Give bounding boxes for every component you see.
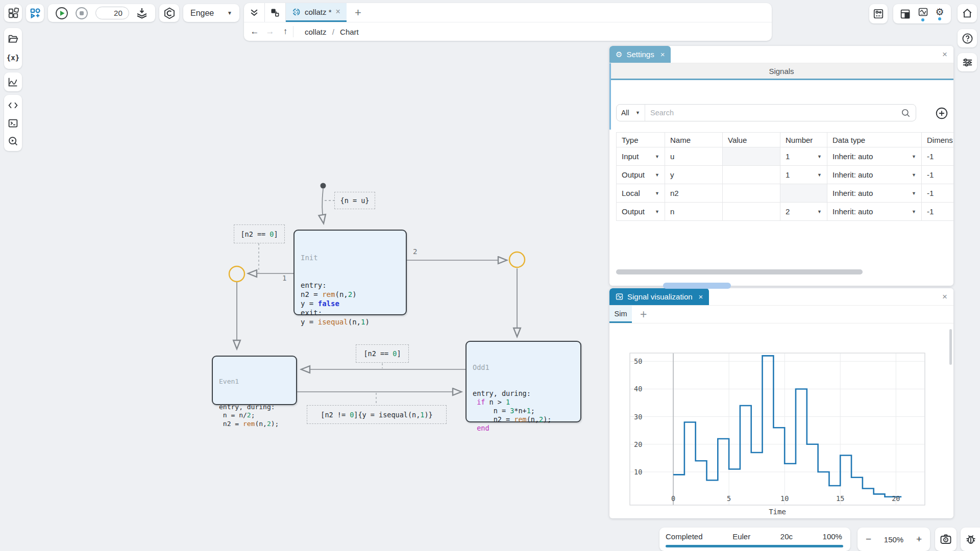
load-to-core-button[interactable] [136, 7, 148, 19]
initial-point[interactable] [321, 183, 326, 189]
signal-viz-tab-close-icon[interactable]: × [699, 292, 703, 301]
cell-name[interactable]: y [665, 166, 723, 184]
cell-name[interactable]: n2 [665, 184, 723, 203]
cell-type[interactable]: Output▼ [616, 203, 665, 221]
terminal-button[interactable] [5, 115, 22, 131]
filter-type-value: All [621, 109, 629, 117]
help-button[interactable] [958, 29, 977, 47]
cell-value[interactable] [723, 203, 780, 221]
panel-resize-handle[interactable] [663, 283, 731, 289]
cell-type[interactable]: Output▼ [616, 166, 665, 184]
settings-tab-close-icon[interactable]: × [660, 50, 665, 59]
table-row[interactable]: Input▼u1▼Inherit: auto▼-1 [616, 147, 953, 166]
new-tab-button[interactable]: + [347, 3, 370, 22]
cell-number[interactable]: 2▼ [780, 203, 827, 221]
file-browser-button[interactable] [5, 32, 22, 47]
panel-close-icon[interactable]: × [942, 49, 947, 60]
breadcrumb-page[interactable]: Chart [340, 28, 359, 36]
horizontal-scrollbar[interactable] [616, 269, 863, 274]
breadcrumb-row: ← → ↑ collatz / Chart [244, 22, 772, 41]
screenshot-button[interactable] [935, 528, 957, 551]
c-code-button[interactable] [159, 4, 179, 22]
debug-button[interactable] [961, 528, 980, 551]
tab-close-icon[interactable]: × [336, 7, 340, 16]
active-dot [938, 17, 941, 20]
panel-scroll-accent [609, 63, 611, 130]
cell-value[interactable] [723, 147, 780, 166]
nav-up-button[interactable]: ↑ [278, 27, 293, 37]
nav-back-button[interactable]: ← [247, 27, 262, 37]
block-library-button[interactable] [26, 4, 44, 22]
settings-toggle-button[interactable]: ⚙ [935, 7, 944, 20]
linked-blocks-button[interactable] [265, 3, 285, 22]
viz-tabs-row: Sim + [609, 306, 953, 323]
cell-data_type[interactable]: Inherit: auto▼ [827, 166, 922, 184]
signal-chart[interactable]: 102030405005101520Time [609, 323, 953, 518]
breadcrumb-separator: / [332, 28, 334, 36]
cell-value[interactable] [723, 166, 780, 184]
settings-tab[interactable]: ⚙ Settings × [609, 46, 671, 63]
add-signal-button[interactable] [935, 106, 948, 120]
cell-type[interactable]: Input▼ [616, 147, 665, 166]
default-transition[interactable] [322, 189, 324, 223]
junction-right[interactable] [509, 252, 525, 267]
gear-icon: ⚙ [935, 7, 944, 17]
play-icon [55, 7, 68, 20]
double-chevron-down-icon [249, 8, 259, 18]
cell-type[interactable]: Local▼ [616, 184, 665, 203]
cell-data_type[interactable]: Inherit: auto▼ [827, 147, 922, 166]
tab-collatz[interactable]: collatz * × [286, 3, 347, 22]
layout-panels-button[interactable] [900, 9, 911, 19]
x-tick-label: 5 [727, 494, 731, 503]
simulation-toolbar [48, 4, 155, 22]
preferences-button[interactable] [958, 53, 977, 71]
environment-select[interactable]: Engee ▼ [183, 4, 239, 22]
plots-button[interactable] [4, 72, 22, 91]
model-explorer-button[interactable] [5, 133, 22, 148]
signal-viz-tab[interactable]: Signal visualization × [609, 288, 709, 305]
run-button[interactable] [55, 7, 68, 20]
panel-close-icon[interactable]: × [942, 292, 947, 302]
cell-number[interactable]: 1▼ [780, 166, 827, 184]
panel-toggle-group: ⚙ [893, 4, 951, 23]
table-row[interactable]: Output▼n2▼Inherit: auto▼-1 [616, 203, 953, 221]
cell-data_type[interactable]: Inherit: auto▼ [827, 184, 922, 203]
code-editor-button[interactable] [5, 97, 22, 113]
cell-number[interactable]: 1▼ [780, 147, 827, 166]
layout-grid-icon [900, 9, 911, 19]
block-library-icon [30, 8, 41, 19]
tab-sim[interactable]: Sim [609, 306, 632, 323]
x-axis-title: Time [769, 508, 786, 516]
zoom-out-button[interactable]: − [866, 534, 871, 545]
left-rail-group-2 [4, 95, 22, 151]
chart-icon [8, 77, 18, 87]
search-input[interactable] [645, 109, 901, 117]
add-viz-tab-button[interactable]: + [632, 306, 655, 323]
transition-lines[interactable] [237, 189, 517, 392]
home-button[interactable] [958, 4, 977, 22]
junction-left[interactable] [229, 266, 244, 282]
stop-button[interactable] [75, 7, 88, 20]
scheme-view-button[interactable] [869, 4, 888, 23]
signal-viz-toggle-button[interactable] [918, 7, 928, 21]
breadcrumb-model[interactable]: collatz [305, 28, 327, 36]
cell-name[interactable]: u [665, 147, 723, 166]
variables-button[interactable]: {x} [5, 50, 22, 65]
vertical-scrollbar[interactable] [949, 329, 952, 365]
cell-data_type[interactable]: Inherit: auto▼ [827, 203, 922, 221]
app-modules-button[interactable] [4, 4, 22, 22]
progress-bar [666, 545, 843, 547]
app-root: Init entry:n2 = rem(n,2)y = falseexit:y … [0, 0, 980, 551]
cell-name[interactable]: n [665, 203, 723, 221]
collapse-toolbar-button[interactable] [244, 3, 264, 22]
table-row[interactable]: Local▼n2Inherit: auto▼-1 [616, 184, 953, 203]
zoom-in-button[interactable]: + [916, 534, 922, 545]
cell-value[interactable] [723, 184, 780, 203]
table-row[interactable]: Output▼y1▼Inherit: auto▼-1 [616, 166, 953, 184]
cell-number[interactable] [780, 184, 827, 203]
sim-stop-time-input[interactable] [95, 7, 129, 19]
nav-forward-button[interactable]: → [262, 27, 278, 37]
signals-title: Signals [769, 67, 794, 76]
plot-area[interactable] [630, 353, 925, 505]
filter-type-select[interactable]: All ▼ [617, 105, 645, 121]
